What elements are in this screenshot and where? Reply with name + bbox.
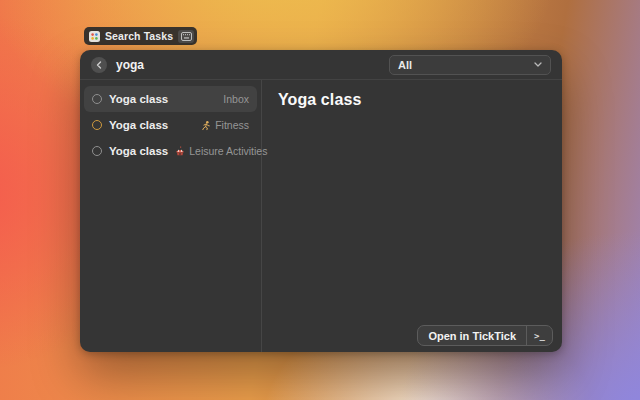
- pill-label: Search Tasks: [105, 30, 173, 42]
- open-in-ticktick-button[interactable]: Open in TickTick: [418, 326, 526, 345]
- task-checkbox-icon[interactable]: [92, 120, 102, 130]
- list-item[interactable]: Yoga class Leisure Activities: [84, 138, 257, 164]
- list-item[interactable]: Yoga class Fitness: [84, 112, 257, 138]
- list-item[interactable]: Yoga class Inbox: [84, 86, 257, 112]
- chevron-down-icon: [534, 62, 542, 67]
- panel-header: yoga All: [80, 50, 562, 80]
- results-list: Yoga class Inbox Yoga class Fitness: [80, 80, 262, 352]
- task-list-badge: Leisure Activities: [175, 145, 267, 157]
- footer-actions: Open in TickTick >_: [417, 325, 553, 346]
- keyboard-icon: [178, 30, 194, 43]
- task-title: Yoga class: [109, 93, 168, 105]
- search-tasks-app-icon: [89, 31, 100, 42]
- task-checkbox-icon[interactable]: [92, 94, 102, 104]
- filter-dropdown[interactable]: All: [389, 55, 551, 75]
- search-tasks-pill[interactable]: Search Tasks: [84, 27, 197, 45]
- search-input[interactable]: yoga: [116, 58, 144, 72]
- task-title: Yoga class: [109, 119, 168, 131]
- panel-body: Yoga class Inbox Yoga class Fitness: [80, 80, 562, 352]
- detail-pane: Yoga class: [262, 80, 562, 352]
- chevron-left-icon: [96, 61, 102, 69]
- runner-icon: [201, 120, 211, 131]
- task-checkbox-icon[interactable]: [92, 146, 102, 156]
- filter-dropdown-value: All: [398, 59, 412, 71]
- task-list-badge: Inbox: [223, 93, 249, 105]
- search-panel: yoga All Yoga class Inbox Yoga class: [80, 50, 562, 352]
- terminal-prompt-icon[interactable]: >_: [527, 326, 552, 345]
- detail-title: Yoga class: [278, 91, 546, 109]
- task-list-badge: Fitness: [201, 119, 249, 131]
- circus-tent-icon: [175, 146, 185, 156]
- back-button[interactable]: [91, 57, 107, 73]
- task-title: Yoga class: [109, 145, 168, 157]
